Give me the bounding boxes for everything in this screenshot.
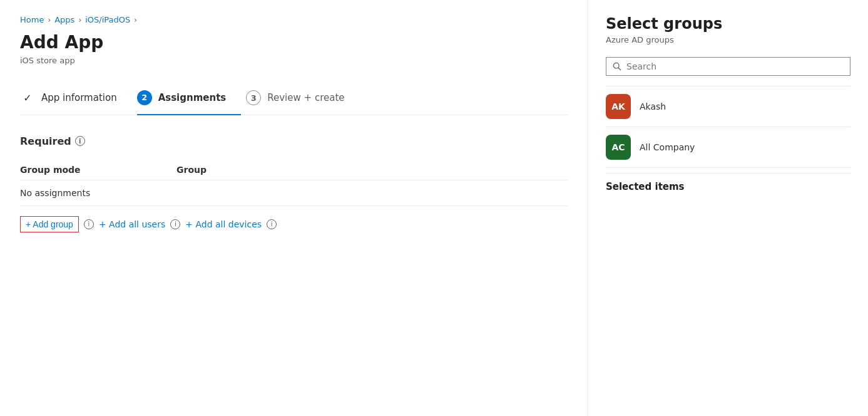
add-all-users-link[interactable]: + Add all users bbox=[99, 219, 165, 229]
add-group-button[interactable]: + Add group bbox=[20, 216, 79, 232]
breadcrumb-sep-1: › bbox=[48, 16, 51, 24]
search-icon bbox=[613, 62, 621, 71]
avatar-akash: AK bbox=[606, 94, 631, 119]
right-panel: Select groups Azure AD groups AK Akash A… bbox=[588, 0, 868, 416]
search-input[interactable] bbox=[626, 61, 844, 71]
left-panel: Home › Apps › iOS/iPadOS › Add App iOS s… bbox=[0, 0, 588, 416]
panel-title: Select groups bbox=[606, 15, 850, 33]
step-app-information[interactable]: ✓ App information bbox=[20, 83, 132, 114]
add-all-devices-info-icon[interactable]: i bbox=[267, 219, 277, 229]
add-all-devices-link[interactable]: + Add all devices bbox=[185, 219, 262, 229]
col-header-group-mode: Group mode bbox=[20, 160, 176, 180]
page-title: Add App bbox=[20, 32, 568, 53]
step-2-badge: 2 bbox=[137, 90, 152, 105]
step-1-badge: ✓ bbox=[20, 90, 35, 105]
col-header-group: Group bbox=[176, 160, 568, 180]
step-3-label: Review + create bbox=[267, 92, 344, 103]
actions-bar: + Add group i + Add all users i + Add al… bbox=[20, 216, 568, 232]
required-section-title: Required i bbox=[20, 135, 568, 147]
breadcrumb-home[interactable]: Home bbox=[20, 15, 44, 24]
step-3-badge: 3 bbox=[246, 90, 261, 105]
panel-subtitle: Azure AD groups bbox=[606, 35, 850, 44]
table-cell-group-mode: No assignments bbox=[20, 180, 176, 205]
search-box bbox=[606, 57, 850, 76]
step-2-label: Assignments bbox=[158, 92, 227, 103]
breadcrumb-apps[interactable]: Apps bbox=[54, 15, 74, 24]
selected-items-title: Selected items bbox=[606, 181, 850, 192]
breadcrumb: Home › Apps › iOS/iPadOS › bbox=[20, 15, 568, 24]
page-subtitle: iOS store app bbox=[20, 56, 568, 65]
step-1-label: App information bbox=[41, 92, 117, 103]
table-row: No assignments bbox=[20, 180, 568, 205]
group-name-all-company: All Company bbox=[640, 142, 695, 152]
group-list: AK Akash AC All Company bbox=[606, 86, 850, 168]
table-cell-group bbox=[176, 180, 568, 205]
add-all-users-info-icon[interactable]: i bbox=[170, 219, 180, 229]
group-table: Group mode Group No assignments bbox=[20, 160, 568, 206]
divider bbox=[606, 173, 850, 174]
required-info-icon[interactable]: i bbox=[75, 136, 85, 146]
avatar-all-company: AC bbox=[606, 135, 631, 160]
svg-line-1 bbox=[618, 68, 621, 70]
breadcrumb-sep-3: › bbox=[134, 16, 137, 24]
group-list-item-akash[interactable]: AK Akash bbox=[606, 86, 850, 127]
step-assignments[interactable]: 2 Assignments bbox=[137, 83, 242, 115]
breadcrumb-sep-2: › bbox=[78, 16, 81, 24]
add-group-info-icon[interactable]: i bbox=[84, 219, 94, 229]
breadcrumb-platform[interactable]: iOS/iPadOS bbox=[85, 15, 130, 24]
group-list-item-all-company[interactable]: AC All Company bbox=[606, 127, 850, 168]
group-name-akash: Akash bbox=[640, 101, 666, 112]
steps-nav: ✓ App information 2 Assignments 3 Review… bbox=[20, 83, 568, 115]
step-review-create[interactable]: 3 Review + create bbox=[246, 83, 359, 114]
